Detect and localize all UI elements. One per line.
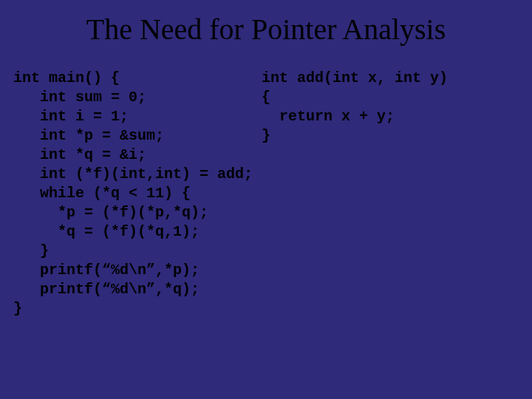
code-block-add: int add(int x, int y) { return x + y; } [262,69,448,318]
slide-title: The Need for Pointer Analysis [0,0,532,54]
slide: The Need for Pointer Analysis int main()… [0,0,532,399]
slide-body: int main() { int sum = 0; int i = 1; int… [0,54,532,318]
code-block-main: int main() { int sum = 0; int i = 1; int… [13,69,253,318]
